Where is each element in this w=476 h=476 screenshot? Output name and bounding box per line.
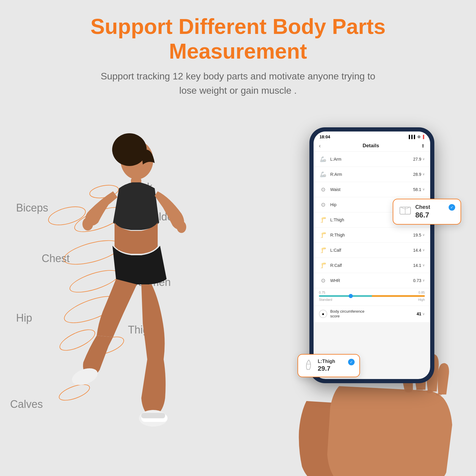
whr-label1: 0.75: [319, 291, 325, 294]
measure-item-rcalf[interactable]: 🦵 R:Calf 14.1 ∨: [314, 258, 430, 273]
rarm-value: 28.9: [413, 172, 421, 177]
svg-point-3: [82, 217, 93, 231]
svg-point-15: [436, 393, 442, 396]
larm-icon: 🦾: [319, 155, 327, 163]
lcalf-value: 14.4: [413, 248, 421, 253]
lthigh-popup-check: ✓: [348, 359, 355, 365]
rthigh-arrow: ∨: [422, 233, 425, 237]
battery-icon: ▐: [422, 135, 424, 139]
phone-screen: 18:04 ▌▌▌ ⊙ ▐ ‹ Details ⬆ 🦾: [314, 131, 430, 379]
whr-name: WHR: [330, 278, 413, 283]
share-button[interactable]: ⬆: [421, 143, 425, 149]
rcalf-icon: 🦵: [319, 261, 327, 270]
measure-item-whr[interactable]: ⊙ WHR 0.73 ∨: [314, 273, 430, 288]
larm-arrow: ∨: [422, 157, 425, 161]
app-header: ‹ Details ⬆: [314, 140, 430, 152]
rthigh-value: 19.5: [413, 233, 421, 237]
status-time: 18:04: [320, 134, 330, 139]
hip-icon: ⊙: [319, 201, 327, 209]
rarm-arrow: ∨: [422, 172, 425, 176]
rthigh-name: R:Thigh: [330, 233, 413, 237]
phone-wrapper: 18:04 ▌▌▌ ⊙ ▐ ‹ Details ⬆ 🦾: [292, 127, 464, 476]
whr-indicator: [349, 294, 353, 298]
status-icons: ▌▌▌ ⊙ ▐: [409, 135, 424, 139]
waist-arrow: ∨: [422, 187, 425, 191]
measure-item-rthigh[interactable]: 🦵 R:Thigh 19.5 ∨: [314, 228, 430, 243]
status-bar: 18:04 ▌▌▌ ⊙ ▐: [314, 131, 430, 140]
lthigh-popup-icon: [303, 359, 315, 371]
rcalf-value: 14.1: [413, 263, 421, 268]
main-content: Biceps Neck Shoulders Chest Abdomen Hip …: [0, 104, 476, 476]
lcalf-icon: 🦵: [319, 246, 327, 254]
waist-name: Waist: [330, 187, 413, 192]
lthigh-popup-title: L:Thigh: [318, 359, 345, 364]
app-title: Details: [363, 143, 379, 149]
rarm-icon: 🦾: [319, 170, 327, 178]
chest-popup-value: 86.7: [415, 211, 445, 219]
whr-section-standard: Standard: [319, 298, 332, 301]
whr-value: 0.73: [413, 278, 421, 283]
lthigh-popup-value: 29.7: [318, 365, 345, 372]
whr-chart: 0.75 0.85 Standard High: [314, 288, 430, 306]
score-arrow: ∨: [422, 312, 425, 316]
measurement-list: 🦾 L:Arm 27.9 ∨ 🦾 R:Arm 28.9 ∨ ⊙ Waist: [314, 152, 430, 322]
measure-item-lcalf[interactable]: 🦵 L:Calf 14.4 ∨: [314, 243, 430, 258]
page-header: Support Different Body Parts Measurement…: [0, 0, 476, 104]
svg-point-1: [112, 133, 147, 166]
lcalf-arrow: ∨: [422, 248, 425, 252]
rarm-name: R:Arm: [330, 172, 413, 177]
svg-point-14: [426, 390, 433, 393]
phone-device: 18:04 ▌▌▌ ⊙ ▐ ‹ Details ⬆ 🦾: [309, 127, 434, 383]
svg-point-12: [405, 389, 412, 392]
rcalf-name: R:Calf: [330, 263, 413, 268]
score-label: Body circumferencescore: [330, 309, 416, 319]
whr-section-labels: Standard High: [319, 298, 425, 301]
whr-bar-labels: 0.75 0.85: [319, 291, 425, 294]
whr-bar-track: [319, 295, 425, 297]
wifi-icon: ⊙: [417, 135, 420, 139]
measure-item-rarm[interactable]: 🦾 R:Arm 28.9 ∨: [314, 167, 430, 182]
rcalf-arrow: ∨: [422, 263, 425, 267]
popup-chest: Chest 86.7 ✓: [393, 199, 461, 225]
svg-point-4: [177, 221, 186, 233]
larm-value: 27.9: [413, 157, 421, 162]
chest-popup-check: ✓: [449, 204, 455, 211]
score-value: 41: [416, 311, 421, 316]
lthigh-popup-content: L:Thigh 29.7: [318, 359, 345, 372]
svg-rect-8: [141, 413, 165, 418]
waist-value: 58.1: [413, 187, 421, 192]
rthigh-icon: 🦵: [319, 231, 327, 239]
whr-icon: ⊙: [319, 276, 327, 285]
whr-arrow: ∨: [422, 278, 425, 282]
lthigh-icon: 🦵: [319, 216, 327, 224]
measure-item-larm[interactable]: 🦾 L:Arm 27.9 ∨: [314, 152, 430, 167]
chest-popup-title: Chest: [415, 204, 445, 210]
chest-popup-content: Chest 86.7: [415, 204, 445, 219]
popup-lthigh: L:Thigh 29.7 ✓: [298, 354, 360, 377]
chest-popup-icon: [399, 204, 412, 217]
whr-section-high: High: [418, 298, 425, 301]
body-score-row[interactable]: ● Body circumferencescore 41 ∨: [314, 306, 430, 322]
larm-name: L:Arm: [330, 157, 413, 162]
runner-figure: [24, 121, 214, 464]
svg-point-13: [416, 388, 423, 392]
score-icon: ●: [319, 310, 327, 318]
page-subtitle: Support tracking 12 key body parts and m…: [24, 69, 452, 98]
measure-item-waist[interactable]: ⊙ Waist 58.1 ∨: [314, 182, 430, 197]
page-title: Support Different Body Parts Measurement: [24, 14, 452, 64]
whr-label2: 0.85: [419, 291, 425, 294]
waist-icon: ⊙: [319, 185, 327, 194]
lcalf-name: L:Calf: [330, 248, 413, 253]
back-button[interactable]: ‹: [319, 143, 321, 149]
signal-icon: ▌▌▌: [409, 135, 416, 139]
